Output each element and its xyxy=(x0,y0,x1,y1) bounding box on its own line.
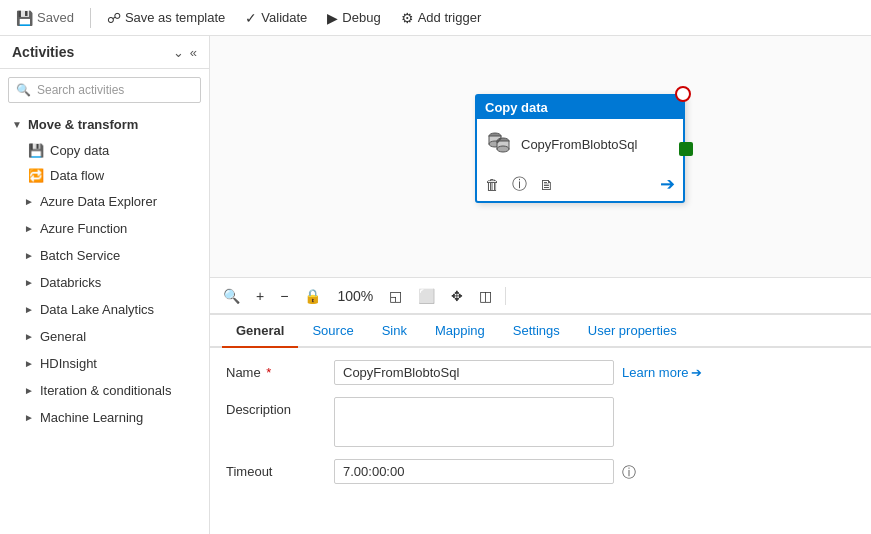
copy-activity-icon xyxy=(485,127,513,161)
canvas-layout-tool[interactable]: ◫ xyxy=(474,285,497,307)
canvas-fit-tool[interactable]: ◱ xyxy=(384,285,407,307)
debug-button[interactable]: ▶ Debug xyxy=(319,6,388,30)
sidebar-header: Activities ⌄ « xyxy=(0,36,209,69)
sidebar-category-azure-data-explorer[interactable]: ► Azure Data Explorer xyxy=(0,188,209,215)
canvas-minus-tool[interactable]: − xyxy=(275,285,293,307)
debug-icon: ▶ xyxy=(327,10,338,26)
chevron-right-icon: ► xyxy=(24,250,34,261)
toolbar-divider-1 xyxy=(90,8,91,28)
description-input[interactable] xyxy=(334,397,614,447)
status-dot xyxy=(675,86,691,102)
sidebar-item-data-flow[interactable]: 🔁 Data flow ⋮ xyxy=(0,163,209,188)
activity-card-body: CopyFromBlobtoSql xyxy=(477,119,683,169)
category-label: Azure Data Explorer xyxy=(40,194,157,209)
activity-card-footer: 🗑 ⓘ 🗎 ➔ xyxy=(477,169,683,201)
sidebar-header-icons: ⌄ « xyxy=(173,45,197,60)
search-input[interactable] xyxy=(8,77,201,103)
chevron-right-icon: ► xyxy=(24,277,34,288)
sidebar-category-azure-function[interactable]: ► Azure Function xyxy=(0,215,209,242)
activity-card-header: Copy data xyxy=(477,96,683,119)
category-label: HDInsight xyxy=(40,356,97,371)
sidebar-category-iteration-conditionals[interactable]: ► Iteration & conditionals xyxy=(0,377,209,404)
sidebar-title: Activities xyxy=(12,44,74,60)
copy-data-icon: 💾 xyxy=(28,143,44,158)
svg-point-5 xyxy=(497,146,509,152)
chevron-right-icon: ► xyxy=(24,304,34,315)
pipeline-canvas[interactable]: Copy data CopyFromB xyxy=(210,36,871,278)
sidebar-section-move-transform[interactable]: ▼ Move & transform xyxy=(0,111,209,138)
saved-status: 💾 Saved xyxy=(8,6,82,30)
section-move-transform-label: Move & transform xyxy=(28,117,139,132)
properties-panel: General Source Sink Mapping Settings Use… xyxy=(210,314,871,534)
sidebar-category-machine-learning[interactable]: ► Machine Learning xyxy=(0,404,209,431)
chevron-right-icon: ► xyxy=(24,358,34,369)
saved-icon: 💾 xyxy=(16,10,33,26)
data-flow-label: Data flow xyxy=(50,168,104,183)
tab-mapping[interactable]: Mapping xyxy=(421,315,499,348)
tab-source[interactable]: Source xyxy=(298,315,367,348)
properties-tabs: General Source Sink Mapping Settings Use… xyxy=(210,315,871,348)
name-label: Name * xyxy=(226,360,326,380)
success-dot xyxy=(679,142,693,156)
search-box: 🔍 xyxy=(8,77,201,103)
data-flow-icon: 🔁 xyxy=(28,168,44,183)
sidebar-category-hdinsight[interactable]: ► HDInsight xyxy=(0,350,209,377)
add-trigger-button[interactable]: ⚙ Add trigger xyxy=(393,6,490,30)
canvas-add-tool[interactable]: + xyxy=(251,285,269,307)
category-label: Iteration & conditionals xyxy=(40,383,172,398)
category-label: Databricks xyxy=(40,275,101,290)
category-label: Batch Service xyxy=(40,248,120,263)
category-label: General xyxy=(40,329,86,344)
activity-card-name: CopyFromBlobtoSql xyxy=(521,137,637,152)
canvas-arrange-tool[interactable]: ✥ xyxy=(446,285,468,307)
saved-label: Saved xyxy=(37,10,74,25)
debug-label: Debug xyxy=(342,10,380,25)
canvas-zoom-tool[interactable]: 100% xyxy=(332,285,378,307)
tab-sink[interactable]: Sink xyxy=(368,315,421,348)
chevron-right-icon: ► xyxy=(24,331,34,342)
tab-user-properties[interactable]: User properties xyxy=(574,315,691,348)
properties-content: Name * Learn more ➔ Description xyxy=(210,348,871,534)
validate-button[interactable]: ✓ Validate xyxy=(237,6,315,30)
activities-sidebar: Activities ⌄ « 🔍 ▼ Move & transform 💾 Co… xyxy=(0,36,210,534)
prop-row-description: Description xyxy=(226,397,855,447)
chevron-right-icon: ► xyxy=(24,223,34,234)
info-icon[interactable]: ⓘ xyxy=(512,175,527,194)
sidebar-category-batch-service[interactable]: ► Batch Service xyxy=(0,242,209,269)
save-template-button[interactable]: ☍ Save as template xyxy=(99,6,233,30)
chevron-down-icon: ▼ xyxy=(12,119,22,130)
sidebar-item-copy-data[interactable]: 💾 Copy data ⋮ xyxy=(0,138,209,163)
external-link-icon: ➔ xyxy=(691,365,702,380)
activity-card-title: Copy data xyxy=(485,100,548,115)
prop-row-timeout: Timeout ⓘ xyxy=(226,459,855,484)
connect-icon[interactable]: ➔ xyxy=(660,173,675,195)
search-icon: 🔍 xyxy=(16,83,31,97)
category-label: Azure Function xyxy=(40,221,127,236)
name-input[interactable] xyxy=(334,360,614,385)
canvas-area: Copy data CopyFromB xyxy=(210,36,871,534)
timeout-label: Timeout xyxy=(226,459,326,479)
chevron-right-icon: ► xyxy=(24,385,34,396)
activity-card-copy-data[interactable]: Copy data CopyFromB xyxy=(475,94,685,203)
clone-icon[interactable]: 🗎 xyxy=(539,176,554,193)
prop-row-name: Name * Learn more ➔ xyxy=(226,360,855,385)
expand-icon[interactable]: « xyxy=(190,45,197,60)
tab-settings[interactable]: Settings xyxy=(499,315,574,348)
sidebar-category-general[interactable]: ► General xyxy=(0,323,209,350)
canvas-select-tool[interactable]: ⬜ xyxy=(413,285,440,307)
timeout-input[interactable] xyxy=(334,459,614,484)
canvas-toolbar: 🔍 + − 🔒 100% ◱ ⬜ ✥ ◫ xyxy=(210,278,871,314)
canvas-search-tool[interactable]: 🔍 xyxy=(218,285,245,307)
validate-icon: ✓ xyxy=(245,10,257,26)
collapse-icon[interactable]: ⌄ xyxy=(173,45,184,60)
add-trigger-icon: ⚙ xyxy=(401,10,414,26)
validate-label: Validate xyxy=(261,10,307,25)
sidebar-category-data-lake-analytics[interactable]: ► Data Lake Analytics xyxy=(0,296,209,323)
learn-more-link[interactable]: Learn more ➔ xyxy=(622,365,702,380)
sidebar-category-databricks[interactable]: ► Databricks xyxy=(0,269,209,296)
tab-general[interactable]: General xyxy=(222,315,298,348)
canvas-lock-tool[interactable]: 🔒 xyxy=(299,285,326,307)
delete-icon[interactable]: 🗑 xyxy=(485,176,500,193)
info-circle-icon[interactable]: ⓘ xyxy=(622,459,636,482)
category-label: Data Lake Analytics xyxy=(40,302,154,317)
